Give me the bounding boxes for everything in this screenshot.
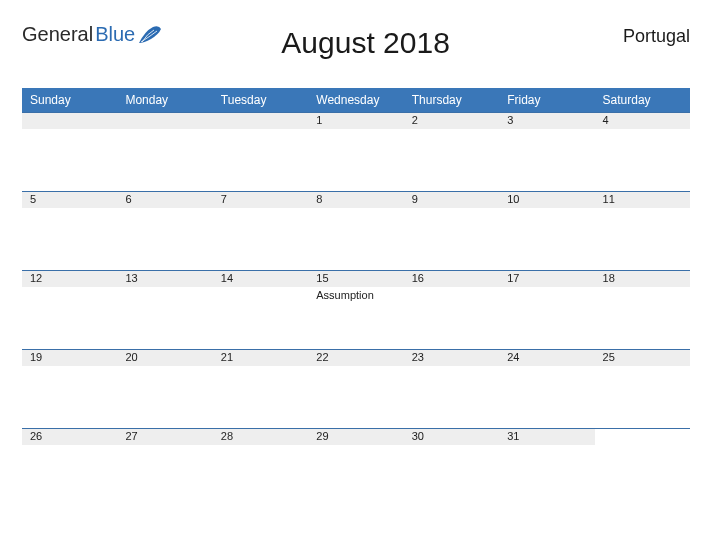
logo-globe-icon	[139, 25, 161, 45]
date-number: 2	[404, 113, 499, 129]
calendar-cell: 20	[117, 349, 212, 428]
date-number: 29	[308, 429, 403, 445]
calendar-cell: 17	[499, 270, 594, 349]
date-number: 23	[404, 350, 499, 366]
calendar-cell: 9	[404, 191, 499, 270]
calendar-cell: 6	[117, 191, 212, 270]
date-number: 28	[213, 429, 308, 445]
calendar-cell	[595, 428, 690, 507]
date-number: 26	[22, 429, 117, 445]
date-number: 20	[117, 350, 212, 366]
date-number: 22	[308, 350, 403, 366]
calendar-cell: 16	[404, 270, 499, 349]
date-number: 27	[117, 429, 212, 445]
date-number	[117, 113, 212, 129]
calendar-cell	[213, 112, 308, 191]
calendar-cell: 29	[308, 428, 403, 507]
calendar-cell: 8	[308, 191, 403, 270]
day-header-row: Sunday Monday Tuesday Wednesday Thursday…	[22, 88, 690, 112]
date-number: 12	[22, 271, 117, 287]
calendar-cell: 19	[22, 349, 117, 428]
calendar-cell: 15Assumption	[308, 270, 403, 349]
calendar-cell: 23	[404, 349, 499, 428]
calendar-week: 262728293031	[22, 428, 690, 507]
date-number: 15	[308, 271, 403, 287]
calendar-cell: 25	[595, 349, 690, 428]
calendar-cell	[22, 112, 117, 191]
day-header: Sunday	[22, 89, 117, 112]
date-number: 30	[404, 429, 499, 445]
calendar-cell: 2	[404, 112, 499, 191]
calendar-cell: 3	[499, 112, 594, 191]
calendar-week: 567891011	[22, 191, 690, 270]
date-number: 13	[117, 271, 212, 287]
calendar-cell: 11	[595, 191, 690, 270]
date-number: 14	[213, 271, 308, 287]
date-number: 18	[595, 271, 690, 287]
calendar-week: 1234	[22, 112, 690, 191]
calendar-cell: 27	[117, 428, 212, 507]
calendar-week: 19202122232425	[22, 349, 690, 428]
date-number: 31	[499, 429, 594, 445]
date-number: 3	[499, 113, 594, 129]
calendar-cell: 12	[22, 270, 117, 349]
date-number: 21	[213, 350, 308, 366]
region-label: Portugal	[570, 22, 690, 47]
date-number: 16	[404, 271, 499, 287]
date-number: 1	[308, 113, 403, 129]
date-number: 17	[499, 271, 594, 287]
calendar-cell: 22	[308, 349, 403, 428]
date-number	[595, 429, 690, 445]
calendar-cell: 14	[213, 270, 308, 349]
calendar-cell: 31	[499, 428, 594, 507]
calendar-week: 12131415Assumption161718	[22, 270, 690, 349]
day-header: Saturday	[595, 89, 690, 112]
logo-text-general: General	[22, 24, 93, 44]
date-number: 4	[595, 113, 690, 129]
day-header: Thursday	[404, 89, 499, 112]
date-number: 19	[22, 350, 117, 366]
date-number: 8	[308, 192, 403, 208]
date-number: 5	[22, 192, 117, 208]
calendar-cell: 28	[213, 428, 308, 507]
calendar-cell: 30	[404, 428, 499, 507]
day-header: Friday	[499, 89, 594, 112]
header: GeneralBlue August 2018 Portugal	[22, 22, 690, 70]
calendar-cell: 26	[22, 428, 117, 507]
date-number: 9	[404, 192, 499, 208]
day-header: Tuesday	[213, 89, 308, 112]
calendar-cell: 18	[595, 270, 690, 349]
calendar-cell: 21	[213, 349, 308, 428]
date-number: 6	[117, 192, 212, 208]
calendar-cell: 4	[595, 112, 690, 191]
calendar-cell	[117, 112, 212, 191]
logo: GeneralBlue	[22, 22, 161, 45]
date-number: 25	[595, 350, 690, 366]
date-number	[22, 113, 117, 129]
calendar-cell: 5	[22, 191, 117, 270]
calendar-cell: 7	[213, 191, 308, 270]
date-number	[213, 113, 308, 129]
calendar-cell: 13	[117, 270, 212, 349]
logo-text-blue: Blue	[95, 24, 135, 44]
day-header: Monday	[117, 89, 212, 112]
date-number: 24	[499, 350, 594, 366]
date-number: 7	[213, 192, 308, 208]
calendar-grid: 123456789101112131415Assumption161718192…	[22, 112, 690, 507]
day-header: Wednesday	[308, 89, 403, 112]
calendar-cell: 24	[499, 349, 594, 428]
page-title: August 2018	[161, 22, 570, 60]
date-number: 10	[499, 192, 594, 208]
holiday-label: Assumption	[308, 287, 403, 302]
calendar-cell: 1	[308, 112, 403, 191]
calendar-cell: 10	[499, 191, 594, 270]
date-number: 11	[595, 192, 690, 208]
